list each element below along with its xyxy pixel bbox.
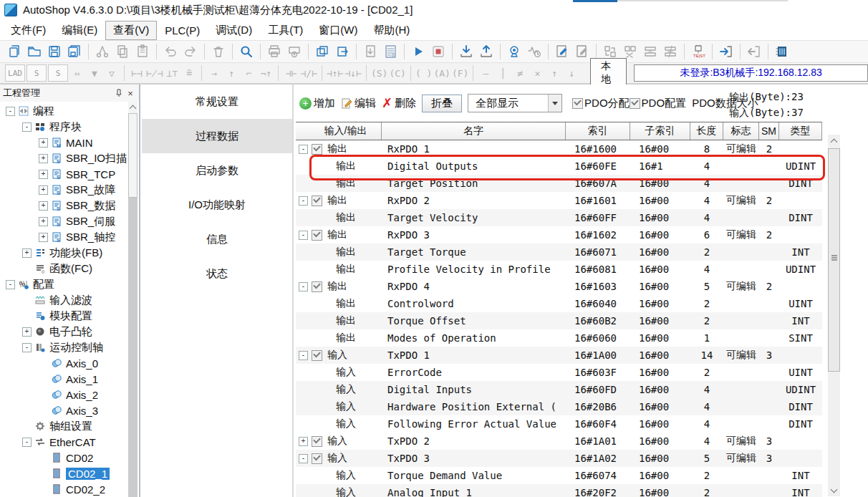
collapse-toggle[interactable]: - bbox=[6, 107, 15, 116]
pdo-assign-checkbox[interactable]: PDO分配 bbox=[572, 97, 630, 110]
ladder-tool-14[interactable]: ⌐ bbox=[241, 65, 256, 81]
table-row[interactable]: 输出Target Torque16#607116#002INT bbox=[296, 243, 822, 261]
scroll-up-arrow[interactable] bbox=[128, 102, 138, 113]
table-row[interactable]: -输入TxPDO 116#1A0016#0014可编辑3 bbox=[296, 347, 822, 364]
delete-button[interactable]: ✗ 删除 bbox=[382, 95, 416, 111]
tab-1[interactable]: 过程数据 bbox=[142, 119, 292, 153]
table-row[interactable]: -输出RxPDO 116#160016#008可编辑2 bbox=[296, 140, 822, 158]
column-header-6[interactable]: SM bbox=[759, 122, 779, 140]
table-row[interactable]: 输入Hardware Position External (16#20B616#… bbox=[296, 398, 822, 415]
menu-item-2[interactable]: 查看(V) bbox=[105, 21, 157, 40]
table-row[interactable]: 输出Target Position16#607A16#004DINT bbox=[296, 175, 822, 192]
tree-item-cd02-1[interactable]: CD02_1 bbox=[0, 465, 129, 481]
undo-icon[interactable] bbox=[161, 42, 180, 61]
ladder-tool-23[interactable]: (S) bbox=[371, 65, 387, 81]
new-file-icon[interactable] bbox=[5, 42, 24, 61]
display-mode-select[interactable]: 全部显示 bbox=[468, 94, 562, 112]
column-header-5[interactable]: 标志 bbox=[723, 122, 759, 140]
tab-0[interactable]: 常规设置 bbox=[142, 85, 292, 119]
ladder-tool-34[interactable]: ↑ bbox=[546, 65, 562, 81]
ladder-tool-7[interactable]: ⊢⊣ bbox=[129, 65, 145, 81]
add-button[interactable]: + 增加 bbox=[299, 97, 335, 110]
scroll-down-arrow[interactable] bbox=[828, 484, 840, 496]
copy-icon[interactable] bbox=[113, 42, 132, 61]
tree-item--[interactable]: +电子凸轮 bbox=[0, 324, 129, 339]
tree-item-sbr-[interactable]: +SSBR_伺服 bbox=[0, 213, 129, 229]
ladder-tool-17[interactable]: ⊣⊢ bbox=[283, 65, 299, 81]
row-insert-icon[interactable] bbox=[641, 42, 660, 61]
column-header-2[interactable]: 索引 bbox=[566, 122, 630, 140]
ladder-tool-12[interactable]: → bbox=[206, 65, 222, 81]
logout-icon[interactable] bbox=[745, 42, 763, 61]
expand-toggle[interactable]: + bbox=[39, 185, 48, 195]
collapse-toggle[interactable]: - bbox=[299, 196, 308, 206]
ladder-tool-24[interactable]: (C) bbox=[389, 65, 405, 81]
table-row[interactable]: -输出RxPDO 216#160116#004可编辑2 bbox=[296, 192, 822, 209]
tree-item--[interactable]: 模块配置 bbox=[0, 308, 129, 324]
tree-item-axis-3[interactable]: Axis_3 bbox=[0, 402, 129, 418]
pin-icon[interactable] bbox=[113, 87, 125, 99]
table-row[interactable]: 输入Torque Demand Value16#607416#002INT bbox=[296, 467, 822, 484]
expand-toggle[interactable]: + bbox=[22, 248, 32, 258]
table-scrollbar[interactable] bbox=[828, 135, 840, 496]
ladder-tool-35[interactable]: ↓ bbox=[564, 65, 579, 81]
table-row[interactable]: -输入TxPDO 316#1A0216#005可编辑3 bbox=[296, 450, 822, 467]
tab-2[interactable]: 启动参数 bbox=[142, 153, 292, 188]
usb-test-icon[interactable]: TE|ST bbox=[689, 42, 708, 61]
cut-icon[interactable] bbox=[93, 42, 112, 61]
expand-toggle[interactable]: + bbox=[39, 170, 48, 179]
window-export-icon[interactable] bbox=[333, 42, 352, 61]
expand-toggle[interactable]: + bbox=[22, 327, 32, 337]
tree-item-sbr-[interactable]: +SSBR_故障 bbox=[0, 182, 129, 198]
menu-item-3[interactable]: PLC(P) bbox=[157, 21, 208, 39]
ladder-tool-4[interactable]: ▼ bbox=[87, 65, 102, 81]
doc-list-icon[interactable] bbox=[381, 42, 400, 61]
tree-item-sbr-[interactable]: +SSBR_数据 bbox=[0, 198, 129, 213]
ladder-tool-27[interactable]: (A) bbox=[433, 65, 450, 81]
column-header-7[interactable]: 类型 bbox=[779, 122, 822, 140]
pdo-checkbox[interactable] bbox=[312, 453, 322, 464]
collapse-toggle[interactable]: - bbox=[299, 351, 308, 360]
oscilloscope-icon[interactable] bbox=[525, 42, 544, 61]
trash-icon[interactable] bbox=[209, 42, 228, 61]
print-preview-icon[interactable] bbox=[285, 42, 304, 61]
scroll-thumb[interactable] bbox=[128, 113, 138, 198]
open-folder-icon[interactable] bbox=[25, 42, 44, 61]
scroll-thumb[interactable] bbox=[828, 148, 840, 372]
ladder-tool-9[interactable]: ⊥⊤ bbox=[164, 65, 180, 81]
pdo-checkbox[interactable] bbox=[312, 281, 322, 292]
tree-item--fc-[interactable]: ()函数(FC) bbox=[0, 261, 129, 276]
tree-item--[interactable]: -编程 bbox=[0, 103, 129, 119]
ladder-tool-13[interactable]: ↑ bbox=[223, 65, 239, 81]
menu-item-4[interactable]: 调试(D) bbox=[208, 21, 260, 40]
ladder-tool-31[interactable]: │ bbox=[495, 65, 511, 81]
collapse-toggle[interactable]: - bbox=[6, 280, 15, 289]
table-row[interactable]: 输出Controlword16#604016#002UINT bbox=[296, 295, 822, 312]
close-icon[interactable]: × bbox=[125, 87, 136, 99]
window-cascade-icon[interactable] bbox=[313, 42, 332, 61]
table-row[interactable]: 输入Digital Inputs16#60FD16#004UDINT bbox=[296, 381, 822, 398]
expand-toggle[interactable]: + bbox=[39, 233, 48, 242]
ladder-tool-33[interactable]: ✕ bbox=[529, 65, 545, 81]
pdo-checkbox[interactable] bbox=[312, 144, 322, 155]
expand-toggle[interactable]: + bbox=[39, 138, 48, 148]
menu-item-1[interactable]: 编辑(E) bbox=[54, 21, 105, 40]
download-plc-icon[interactable] bbox=[457, 42, 476, 61]
tree-item-main[interactable]: +MMAIN bbox=[0, 135, 129, 150]
ladder-tool-1[interactable]: S bbox=[26, 64, 47, 82]
tree-item--[interactable]: -配置 bbox=[0, 276, 129, 292]
expand-toggle[interactable]: + bbox=[39, 154, 48, 163]
pdo-checkbox[interactable] bbox=[312, 196, 322, 206]
table-row[interactable]: 输入ErrorCode16#603F16#002UINT bbox=[296, 364, 822, 381]
table-row[interactable]: -输出RxPDO 416#160316#005可编辑2 bbox=[296, 278, 822, 295]
column-header-4[interactable]: 长度 bbox=[690, 122, 723, 140]
table-row[interactable]: 输入Analog Input 116#20F216#002INT bbox=[296, 484, 822, 497]
doc-download-icon[interactable] bbox=[361, 42, 380, 61]
ladder-tool-30[interactable]: — bbox=[478, 65, 493, 81]
upload-plc-icon[interactable] bbox=[477, 42, 496, 61]
table-row[interactable]: 输出Torque Offset16#60B216#002INT bbox=[296, 312, 822, 329]
tab-5[interactable]: 状态 bbox=[142, 256, 292, 291]
ladder-tool-18[interactable]: ⊣/⊢ bbox=[300, 65, 317, 81]
ladder-tool-28[interactable]: (F) bbox=[452, 65, 468, 81]
row-remove-icon[interactable] bbox=[661, 42, 680, 61]
